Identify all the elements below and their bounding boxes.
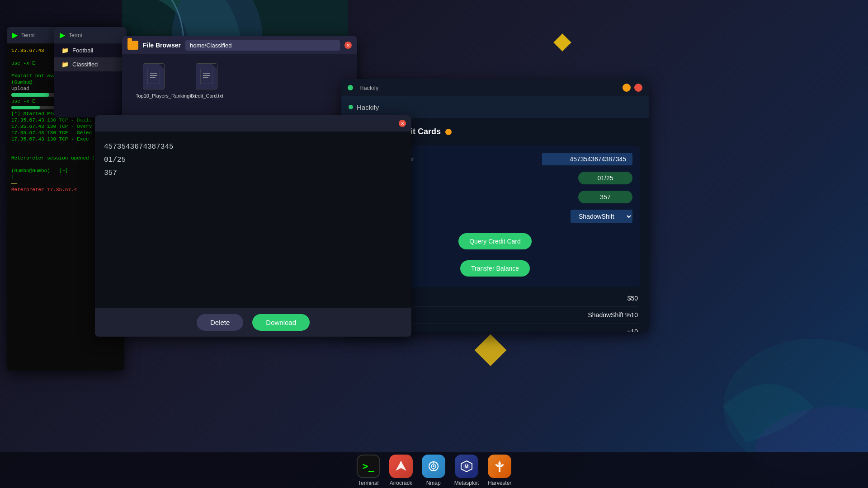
file-icon-creditcard [196, 63, 217, 89]
terminal-1-title: Termi [21, 32, 34, 38]
svg-rect-3 [475, 334, 507, 366]
hackify-dot-green [348, 85, 353, 90]
text-viewer-window: ✕ 4573543674387345 01/25 357 Delete Down… [95, 115, 411, 337]
airocrack-taskbar-label: Airocrack [390, 480, 412, 486]
hackify-titlebar: Hackify [341, 79, 649, 96]
folder-icon-browser [127, 41, 138, 50]
sidebar-item-classified[interactable]: 📁 Classified [54, 57, 127, 71]
taskbar: >_ Terminal Airocrack Nmap M Metasploit [0, 452, 868, 488]
taskbar-harvester[interactable]: Harvester [488, 455, 511, 486]
download-button[interactable]: Download [252, 314, 310, 331]
taskbar-airocrack[interactable]: Airocrack [389, 455, 413, 486]
taskbar-terminal[interactable]: >_ Terminal [357, 455, 380, 486]
terminal-taskbar-label: Terminal [358, 480, 378, 486]
file-browser-content: Top10_Players_Ranking.txt Credit_Card.tx… [122, 54, 357, 108]
svg-rect-2 [553, 33, 571, 52]
file-item-rankings[interactable]: Top10_Players_Ranking.txt [136, 63, 172, 99]
query-credit-card-button[interactable]: Query Credit Card [458, 233, 532, 249]
file-browser-window: File Browser home/Classified ✕ Top10_Pla… [122, 36, 357, 127]
text-viewer-titlebar: ✕ [95, 115, 411, 131]
svg-point-16 [433, 465, 434, 467]
metasploit-taskbar-label: Metasploit [454, 480, 479, 486]
hackify-nav-label: Hackify [357, 103, 379, 111]
cc-cvv-value: 357 [578, 191, 632, 203]
file-browser-bar: File Browser home/Classified ✕ [122, 36, 357, 54]
harvester-taskbar-icon [488, 455, 511, 478]
svg-text:M: M [465, 464, 468, 469]
hackify-window-title: Hackify [359, 84, 379, 91]
file-icon-rankings [143, 63, 165, 89]
terminal-taskbar-icon: >_ [357, 455, 380, 478]
sidebar-titlebar: ▶ Termi [54, 27, 127, 43]
transfer-balance-button[interactable]: Transfer Balance [460, 260, 530, 277]
heat-value: +10 [627, 328, 638, 332]
cc-cvv-line: 357 [104, 167, 402, 180]
folder-icon-football: 📁 [61, 47, 69, 54]
nav-status-dot [349, 105, 353, 109]
file-label-rankings: Top10_Players_Ranking.txt [136, 93, 172, 99]
file-browser-close[interactable]: ✕ [344, 42, 352, 49]
sidebar-item-classified-label: Classified [72, 61, 98, 68]
sidebar-title: Termi [69, 32, 82, 38]
folder-icon-classified: 📁 [61, 61, 69, 68]
hackify-close[interactable] [634, 84, 642, 92]
phishing-status-dot [445, 129, 452, 135]
hackify-minimize[interactable] [623, 84, 631, 92]
svg-rect-10 [200, 69, 213, 84]
cc-number-value: 4573543674387345 [542, 153, 632, 165]
sidebar-item-football[interactable]: 📁 Football [54, 43, 127, 57]
desktop: ▶ Termi 17.35.67.43 use -x E Exploit not… [0, 0, 868, 488]
method-fees-value: ShadowShift %10 [588, 311, 638, 319]
hackify-nav: Hackify [341, 96, 649, 118]
file-label-creditcard: Credit_Card.txt [190, 93, 223, 99]
sidebar-window: ▶ Termi 📁 Football 📁 Classified [54, 27, 127, 117]
path-bar[interactable]: home/Classified [185, 40, 340, 51]
nmap-taskbar-label: Nmap [426, 480, 441, 486]
metasploit-taskbar-icon: M [455, 455, 478, 478]
text-viewer-footer: Delete Download [95, 308, 411, 337]
available-balance-value: $50 [627, 295, 638, 302]
file-browser-title: File Browser [143, 42, 181, 49]
airocrack-taskbar-icon [389, 455, 413, 478]
text-viewer-content: 4573543674387345 01/25 357 [95, 131, 411, 308]
svg-rect-6 [147, 69, 160, 84]
nmap-taskbar-icon [422, 455, 445, 478]
file-item-creditcard[interactable]: Credit_Card.txt [190, 63, 223, 99]
cc-expiry-value: 01/25 [578, 172, 632, 184]
delete-button[interactable]: Delete [197, 314, 243, 331]
sidebar-item-football-label: Football [72, 47, 93, 54]
cc-expiry-line: 01/25 [104, 154, 402, 167]
harvester-taskbar-label: Harvester [488, 480, 511, 486]
taskbar-metasploit[interactable]: M Metasploit [454, 455, 479, 486]
taskbar-nmap[interactable]: Nmap [422, 455, 445, 486]
cc-method-select[interactable]: ShadowShift DirectTransfer CryptoMix [571, 210, 632, 223]
cc-number-line: 4573543674387345 [104, 141, 402, 154]
text-viewer-close[interactable]: ✕ [399, 120, 406, 127]
